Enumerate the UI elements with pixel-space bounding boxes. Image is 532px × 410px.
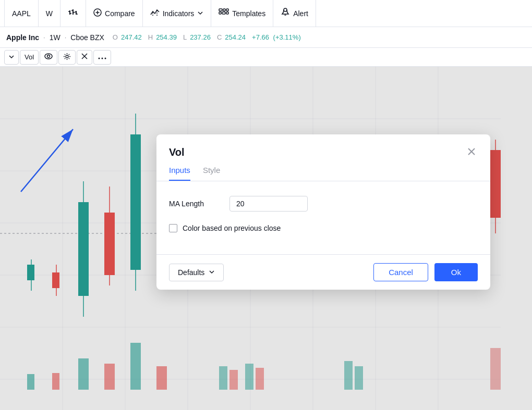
- o-value: 247.42: [121, 33, 142, 41]
- chart-area: Vol Inputs Style MA Length: [0, 67, 532, 410]
- indicators-label: Indicators: [163, 9, 195, 18]
- modal-title: Vol: [169, 146, 185, 158]
- eye-icon: [44, 53, 53, 61]
- symbol-bar: Apple Inc · 1W · Cboe BZX O 247.42 H 254…: [0, 27, 532, 48]
- svg-rect-6: [76, 11, 77, 15]
- modal-footer: Defaults Cancel Ok: [156, 254, 490, 290]
- checkbox-label: Color based on previous close: [183, 224, 281, 232]
- svg-rect-14: [219, 9, 222, 11]
- bar-type-button[interactable]: [61, 0, 86, 27]
- indicators-button[interactable]: Indicators: [143, 0, 212, 27]
- cancel-button[interactable]: Cancel: [373, 263, 428, 281]
- svg-rect-19: [226, 12, 228, 14]
- sep2: ·: [65, 33, 67, 41]
- change-value: +7.66 (+3.11%): [252, 33, 301, 41]
- bar-chart-icon: [68, 7, 78, 19]
- timeframe-button[interactable]: W: [39, 0, 61, 27]
- templates-icon: [219, 8, 229, 18]
- svg-point-24: [66, 55, 68, 58]
- ma-length-row: MA Length: [169, 196, 478, 212]
- ma-length-input[interactable]: [229, 196, 308, 212]
- vol-settings-modal: Vol Inputs Style MA Length: [156, 134, 490, 290]
- alert-button[interactable]: Alert: [273, 0, 316, 27]
- l-label: L: [183, 33, 187, 41]
- h-label: H: [148, 33, 153, 41]
- defaults-chevron-icon: [209, 268, 215, 277]
- symbol-timeframe: 1W: [50, 33, 61, 42]
- settings-icon: [63, 53, 71, 62]
- svg-rect-15: [223, 9, 225, 11]
- modal-header: Vol: [156, 134, 490, 159]
- l-value: 237.26: [190, 33, 211, 41]
- indicators-chevron-icon: [197, 9, 203, 18]
- timeframe-label: W: [46, 9, 53, 18]
- checkbox-row: Color based on previous close: [169, 224, 478, 232]
- svg-rect-3: [72, 9, 74, 15]
- svg-point-28: [102, 58, 103, 59]
- compare-label: Compare: [105, 9, 135, 18]
- sep1: ·: [43, 33, 45, 41]
- symbol-label: AAPL: [12, 9, 31, 18]
- c-label: C: [217, 33, 222, 41]
- indicators-icon: [150, 8, 160, 18]
- vol-more-btn[interactable]: [93, 50, 111, 65]
- svg-point-27: [99, 58, 100, 59]
- svg-rect-16: [226, 9, 228, 11]
- templates-label: Templates: [232, 9, 265, 18]
- vol-eye-btn[interactable]: [40, 50, 57, 65]
- svg-point-23: [47, 55, 50, 58]
- vol-label: Vol: [25, 53, 34, 61]
- defaults-label: Defaults: [178, 268, 204, 277]
- defaults-button[interactable]: Defaults: [169, 264, 224, 281]
- symbol-exchange: Cboe BZX: [70, 33, 104, 42]
- svg-rect-17: [219, 12, 221, 14]
- plus-circle-icon: [93, 8, 102, 18]
- chevron-down-icon: [9, 53, 14, 61]
- ma-length-label: MA Length: [169, 200, 221, 208]
- modal-body: MA Length Color based on previous close: [156, 181, 490, 254]
- svg-rect-18: [222, 12, 225, 14]
- alert-icon: [281, 8, 290, 19]
- symbol-name: Apple Inc: [6, 33, 39, 42]
- tab-style[interactable]: Style: [203, 166, 220, 181]
- modal-tabs: Inputs Style: [156, 159, 490, 181]
- vol-close-btn[interactable]: [77, 50, 92, 65]
- vol-label-btn[interactable]: Vol: [20, 50, 39, 65]
- tab-inputs[interactable]: Inputs: [169, 166, 190, 181]
- svg-point-29: [105, 58, 106, 59]
- more-icon: [98, 53, 106, 61]
- vol-settings-btn[interactable]: [58, 50, 76, 65]
- footer-actions: Cancel Ok: [373, 263, 478, 281]
- symbol-button[interactable]: AAPL: [4, 0, 39, 27]
- templates-button[interactable]: Templates: [211, 0, 273, 27]
- alert-label: Alert: [293, 9, 308, 18]
- svg-rect-0: [69, 10, 70, 15]
- close-icon: [81, 53, 88, 61]
- ok-button[interactable]: Ok: [434, 263, 478, 281]
- color-previous-close-checkbox[interactable]: [169, 224, 177, 232]
- c-value: 254.24: [225, 33, 246, 41]
- vol-dropdown-btn[interactable]: [4, 50, 19, 65]
- indicator-toolbar: Vol: [0, 48, 532, 67]
- svg-point-20: [284, 8, 287, 11]
- compare-button[interactable]: Compare: [86, 0, 143, 27]
- o-label: O: [113, 33, 118, 41]
- modal-close-button[interactable]: [465, 145, 478, 159]
- h-value: 254.39: [156, 33, 177, 41]
- top-toolbar: AAPL W Compare: [0, 0, 532, 27]
- svg-point-22: [45, 54, 52, 59]
